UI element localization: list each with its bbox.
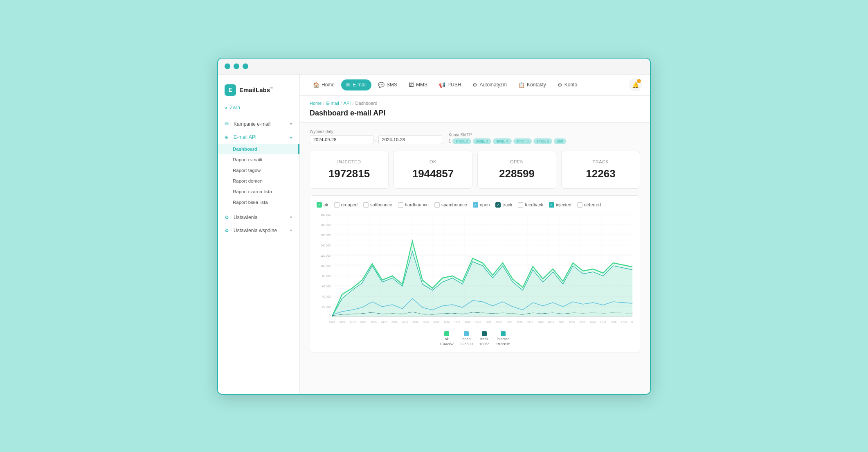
nav-account-label: Konto (564, 82, 577, 88)
bottom-legend-ok-color (444, 331, 449, 336)
smtp-chip-5[interactable]: smtp, 5 (513, 138, 532, 144)
nav-item-mms[interactable]: 🖼 MMS (404, 79, 432, 90)
browser-dot-green[interactable] (243, 63, 248, 69)
legend-spambounce-label: spambounce (441, 202, 467, 207)
legend-softbounce[interactable]: softbounce (363, 202, 392, 208)
breadcrumb: Home / E-mail / API / Dashboard (310, 101, 640, 106)
stat-track-value: 12263 (570, 167, 632, 180)
date-from-input[interactable] (310, 135, 373, 144)
legend-dropped-label: dropped (341, 202, 358, 207)
sidebar-sub-item-raport-emaili[interactable]: Raport e-maili (218, 154, 299, 165)
date-filter: Wybierz daty - (310, 129, 442, 144)
chevron-down-icon: ▼ (289, 215, 293, 219)
date-to-input[interactable] (378, 135, 442, 144)
stat-open-value: 228599 (486, 167, 548, 180)
svg-text:140 000: 140 000 (321, 244, 331, 246)
push-icon: 📢 (439, 82, 445, 88)
filters-row: Wybierz daty - Konta SMTP 1 smtp, (310, 129, 640, 144)
stat-ok-label: OK (402, 159, 464, 164)
sidebar-item-email-api[interactable]: ◈ E-mail API ▲ (218, 131, 299, 144)
nav-item-konto[interactable]: ⚙ Konto (553, 79, 582, 90)
legend-track[interactable]: ✓ track (495, 202, 512, 208)
breadcrumb-home[interactable]: Home (310, 101, 322, 106)
chart-svg: 200 000 180 000 160 000 140 000 120 000 … (317, 212, 633, 327)
browser-dot-red[interactable] (225, 63, 230, 69)
sidebar-sub-item-dashboard[interactable]: Dashboard (218, 144, 299, 154)
sidebar-sub-item-raport-tagow[interactable]: Raport tagów (218, 165, 299, 176)
legend-dropped-checkbox[interactable] (334, 202, 340, 208)
legend-spambounce[interactable]: spambounce (434, 202, 467, 208)
legend-hardbounce[interactable]: hardbounce (398, 202, 429, 208)
legend-feedback-checkbox[interactable] (518, 202, 523, 208)
legend-injected-label: injected (556, 202, 571, 207)
browser-dot-yellow[interactable] (234, 63, 239, 69)
legend-deferred-label: deferred (584, 202, 601, 207)
legend-open[interactable]: ✓ open (473, 202, 490, 208)
nav-item-automatyzm[interactable]: ⚙ Automatyzm (468, 79, 512, 90)
legend-ok[interactable]: ✓ ok (317, 202, 328, 208)
smtp-chip-2[interactable]: smtp, 2 (452, 138, 471, 144)
svg-text:13/10: 13/10 (475, 321, 481, 323)
smtp-chip-smt[interactable]: smt (554, 138, 567, 144)
smtp-prefix: 1 (449, 139, 451, 143)
nav-item-push[interactable]: 📢 PUSH (434, 79, 466, 90)
svg-text:09/10: 09/10 (434, 321, 440, 323)
legend-track-checkbox[interactable]: ✓ (495, 202, 501, 208)
bottom-legend-injected-value: 1972815 (496, 342, 510, 346)
legend-deferred[interactable]: deferred (577, 202, 601, 208)
legend-dropped[interactable]: dropped (334, 202, 358, 208)
legend-open-checkbox[interactable]: ✓ (473, 202, 478, 208)
sidebar-collapse-button[interactable]: « Zwiń (218, 102, 299, 114)
legend-softbounce-checkbox[interactable] (363, 202, 369, 208)
legend-hardbounce-checkbox[interactable] (398, 202, 403, 208)
bottom-legend-injected: injected 1972815 (496, 331, 510, 346)
bottom-legend-injected-color (501, 331, 506, 336)
legend-hardbounce-label: hardbounce (405, 202, 429, 207)
sidebar-item-ustawienia-wspolne[interactable]: ⚙ Ustawienia wspólne ▼ (218, 224, 299, 237)
legend-track-label: track (502, 202, 512, 207)
legend-deferred-checkbox[interactable] (577, 202, 582, 208)
svg-text:22/10: 22/10 (569, 321, 575, 323)
stat-track-label: TRACK (570, 159, 632, 164)
contacts-icon: 📋 (518, 82, 525, 88)
notification-bell[interactable]: 🔔 (629, 78, 642, 91)
smtp-chip-3[interactable]: smtp, 3 (473, 138, 492, 144)
collapse-label: Zwiń (230, 105, 240, 111)
nav-item-email[interactable]: ✉ E-mail (341, 79, 371, 90)
svg-text:0: 0 (329, 314, 331, 316)
raport-biala-label: Raport biała lista (233, 200, 268, 205)
smtp-chip-4[interactable]: smtp, 4 (493, 138, 512, 144)
nav-item-home[interactable]: 🏠 Home (308, 79, 340, 90)
legend-spambounce-checkbox[interactable] (434, 202, 440, 208)
breadcrumb-email[interactable]: E-mail (326, 101, 339, 106)
breadcrumb-api[interactable]: API (344, 101, 351, 106)
bottom-legend-open-value: 228599 (460, 342, 472, 346)
sidebar-item-kampanie[interactable]: ✉ Kampanie e-mail ▼ (218, 118, 299, 131)
sidebar-sub-item-raport-domen[interactable]: Raport domen (218, 176, 299, 186)
legend-injected-checkbox[interactable]: ✓ (549, 202, 554, 208)
bottom-legend-open-label: open (462, 337, 470, 341)
sidebar-sub-item-raport-czarna[interactable]: Raport czarna lista (218, 186, 299, 197)
svg-text:05/10: 05/10 (392, 321, 398, 323)
bottom-legend-track-label: track (480, 337, 488, 341)
sidebar-sub-item-raport-biala[interactable]: Raport biała lista (218, 197, 299, 208)
svg-text:25/10: 25/10 (600, 321, 606, 323)
ustawienia-label: Ustawienia (234, 215, 258, 220)
smtp-chip-6[interactable]: smtp, 6 (533, 138, 552, 144)
svg-text:16/10: 16/10 (506, 321, 513, 323)
svg-text:28/09: 28/09 (329, 321, 335, 323)
settings-icon: ⚙ (225, 215, 230, 220)
svg-text:200 000: 200 000 (321, 213, 331, 216)
svg-text:11/10: 11/10 (454, 321, 460, 323)
chevron-right-icon: ▼ (289, 122, 293, 126)
stat-ok-value: 1944857 (402, 167, 464, 180)
sidebar-item-ustawienia[interactable]: ⚙ Ustawienia ▼ (218, 211, 299, 224)
legend-feedback[interactable]: feedback (518, 202, 543, 208)
legend-ok-checkbox[interactable]: ✓ (317, 202, 322, 208)
bottom-legend-track-color (482, 331, 487, 336)
nav-item-kontakty[interactable]: 📋 Kontakty (513, 79, 551, 90)
raport-emaili-label: Raport e-maili (233, 157, 262, 162)
nav-item-sms[interactable]: 💬 SMS (373, 79, 402, 90)
legend-injected[interactable]: ✓ injected (549, 202, 571, 208)
ustawienia-wspolne-label: Ustawienia wspólne (234, 228, 277, 233)
